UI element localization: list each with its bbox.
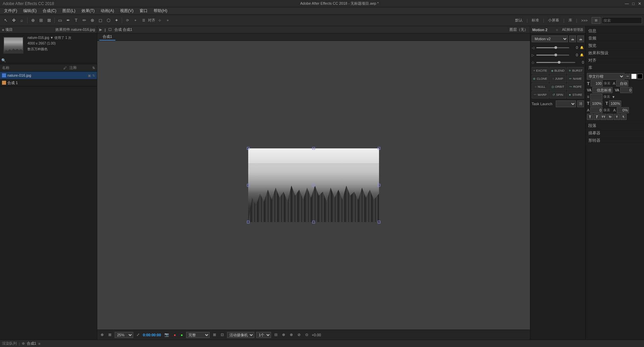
preset-standard[interactable]: 标准 — [529, 17, 542, 23]
render-queue-tab[interactable]: 渲染队列 — [2, 341, 17, 346]
motion-btn-null[interactable]: ○ NULL — [532, 83, 549, 90]
baseline-input[interactable] — [590, 107, 602, 113]
style-bold[interactable]: T — [587, 114, 593, 120]
scale-h-input[interactable] — [590, 100, 602, 107]
tool-puppet[interactable]: ✦ — [113, 17, 120, 24]
canvas-area[interactable] — [97, 41, 530, 330]
section-morph[interactable]: 形转器 — [586, 137, 644, 144]
tool-rect[interactable]: ▭ — [56, 17, 64, 24]
tool-align[interactable]: ☰ — [140, 17, 147, 24]
motion-version-dropdown[interactable]: Motion v2 — [532, 36, 568, 42]
section-effects-presets[interactable]: 效果和预设 — [586, 50, 644, 57]
section-library[interactable]: 库 — [586, 64, 644, 72]
toggle-mask[interactable]: ⊡ — [219, 332, 225, 337]
tool-roto[interactable]: ⬡ — [105, 17, 112, 24]
preset-default[interactable]: 默认 — [513, 17, 525, 23]
menu-help[interactable]: 帮助(H) — [151, 7, 170, 14]
menu-comp[interactable]: 合成(C) — [40, 7, 59, 14]
style-super[interactable]: T — [614, 114, 620, 120]
ae-script-tab[interactable]: AE脚本管理器 — [562, 27, 583, 32]
preset-lib[interactable]: 库 — [566, 17, 575, 23]
tool-brush[interactable]: ✏ — [80, 17, 88, 24]
live-btn[interactable]: ⊙ — [304, 332, 310, 337]
tool-select[interactable]: ↖ — [2, 17, 9, 24]
section-para[interactable]: 段落 — [586, 122, 644, 130]
motion-icon-btn2[interactable]: ⛰ — [577, 36, 584, 42]
font-color-black[interactable] — [637, 74, 643, 79]
menu-effect[interactable]: 效果(T) — [79, 7, 97, 14]
font-color-white[interactable] — [631, 74, 637, 79]
close-btn[interactable]: ✕ — [638, 1, 641, 6]
motion-btn-rope[interactable]: 〜 ROPE — [567, 83, 584, 90]
style-sub[interactable]: T. — [621, 114, 627, 120]
handle-bot-mid[interactable] — [312, 221, 315, 223]
mat-btn[interactable]: ⊗ — [288, 332, 294, 337]
color-btn[interactable]: ● — [172, 333, 177, 337]
minimize-btn[interactable]: — — [625, 1, 629, 6]
tool-more[interactable]: » — [164, 17, 171, 24]
tool-stamp[interactable]: ⊗ — [89, 17, 96, 24]
motion-btn-clone[interactable]: ⊕ CLONE — [532, 75, 549, 82]
tool-zoom[interactable]: ⌕ — [18, 17, 25, 24]
menu-file[interactable]: 文件(F) — [1, 7, 20, 14]
render-btn[interactable]: ⊕ — [99, 332, 105, 337]
menu-window[interactable]: 窗口 — [137, 7, 150, 14]
menu-layer[interactable]: 图层(L) — [60, 7, 78, 14]
tool-cam-rotate[interactable]: ⊕ — [29, 17, 37, 24]
scale-v-input[interactable] — [609, 100, 621, 107]
flow-btn[interactable]: ⊘ — [296, 332, 302, 337]
zoom-fit[interactable]: ⤢ — [135, 332, 141, 337]
style-small-caps[interactable]: Tr — [607, 114, 613, 120]
motion-btn-jump[interactable]: ↑ JUMP — [549, 75, 567, 82]
section-preview[interactable]: 预览 — [586, 42, 644, 50]
tool-cam-dolly[interactable]: ⊠ — [45, 17, 53, 24]
menu-edit[interactable]: 编辑(E) — [20, 7, 39, 14]
tool-hand[interactable]: ✥ — [10, 17, 17, 24]
grid-btn[interactable]: ⊞ — [212, 332, 217, 337]
opacity-btn[interactable]: ● — [179, 333, 184, 337]
motion-btn-spin[interactable]: ↺ SPIN — [549, 91, 567, 98]
section-info[interactable]: 信息 — [586, 27, 644, 35]
style-italic[interactable]: T — [594, 114, 600, 120]
slider1-track[interactable] — [536, 47, 569, 48]
handle-mid-left[interactable] — [247, 184, 250, 187]
tool-cam-track[interactable]: ⊞ — [37, 17, 45, 24]
preset-small[interactable]: 小屏幕 — [545, 17, 562, 23]
slider2-track[interactable] — [536, 55, 569, 56]
comp-timeline-menu[interactable]: ≡ — [38, 342, 40, 346]
style-all-caps[interactable]: TT — [600, 114, 606, 120]
slider2-bell[interactable]: 🔔 — [579, 53, 584, 57]
section-audio[interactable]: 音频 — [586, 35, 644, 42]
handle-bot-left[interactable] — [247, 221, 250, 223]
motion-btn-warp[interactable]: 〰 WARP — [532, 91, 549, 98]
preview-btn[interactable]: ⊞ — [107, 332, 113, 337]
slider1-bell[interactable]: 🔔 — [579, 45, 584, 50]
expand-btn[interactable]: >>> — [579, 18, 590, 23]
project-search-input[interactable] — [6, 59, 96, 63]
workspace-select[interactable]: ⊞ — [592, 17, 600, 24]
project-item-image[interactable]: nature-016.jpg ▣ ⇅ — [0, 72, 97, 79]
menu-view[interactable]: 视图(V) — [117, 7, 136, 14]
leading-input[interactable] — [590, 94, 602, 100]
tool-pen[interactable]: ✒ — [64, 17, 72, 24]
tool-snap[interactable]: ⊹ — [156, 17, 163, 24]
quality-select[interactable]: 完整 二分之一 — [186, 332, 210, 338]
handle-mid-right[interactable] — [378, 184, 380, 187]
kerning-input[interactable] — [592, 87, 612, 93]
maximize-btn[interactable]: □ — [632, 1, 635, 6]
section-tracker[interactable]: 描摹器 — [586, 130, 644, 137]
tsume-input[interactable] — [617, 107, 629, 113]
motion-btn-excite[interactable]: + EXCITE — [532, 67, 549, 74]
slider3-track[interactable] — [536, 62, 575, 63]
camera-select[interactable]: 活动摄像机 — [227, 332, 254, 338]
handle-bot-right[interactable] — [378, 221, 380, 223]
zoom-select[interactable]: 25% 50% 100% — [115, 332, 133, 338]
task-clear-btn[interactable]: 清 — [577, 100, 584, 107]
handle-top-right[interactable] — [378, 147, 380, 150]
comp-timeline-tab[interactable]: 合成1 — [27, 341, 36, 346]
project-item-comp[interactable]: 合成 1 — [0, 79, 97, 86]
motion-btn-blend[interactable]: ◈ BLEND — [549, 67, 567, 74]
motion-btn-burst[interactable]: ✳ BURST — [567, 67, 584, 74]
3d-btn[interactable]: ⊟ — [273, 332, 279, 337]
handle-top-left[interactable] — [247, 147, 250, 150]
